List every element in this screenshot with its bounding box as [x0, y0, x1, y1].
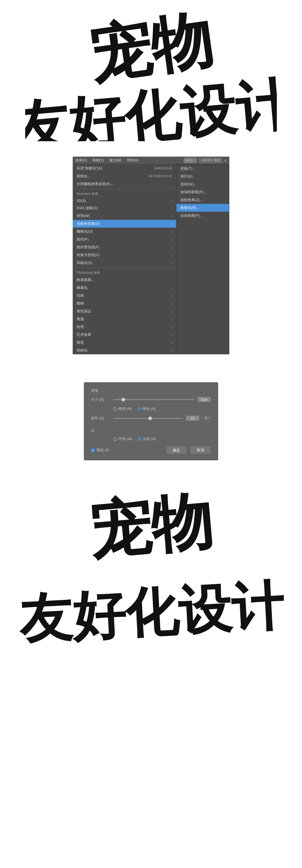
arrow-icon: › — [171, 253, 172, 257]
radio-relative[interactable]: 相对 (R) — [113, 406, 132, 411]
submenu-twist[interactable]: 扭拧(K)... — [176, 173, 229, 180]
radio-relative-circle — [113, 407, 117, 411]
calligraphy-bottom-svg: 宠物 友好化设计 — [18, 478, 284, 644]
dialog-section: 选项 大小 (S)： 3 px 相对 (R) 绝对 (A) — [0, 368, 302, 474]
size-slider-thumb[interactable] — [121, 398, 125, 402]
menu-label: 画笔描边 — [77, 309, 91, 314]
menu-pathfinder[interactable]: 路径查找器(F) › — [73, 243, 176, 251]
section-label-illustrator: Illustrator 效果 — [73, 190, 176, 197]
menu-label: 变形(W) — [77, 213, 90, 218]
menu-blur[interactable]: 模糊 › — [73, 300, 176, 307]
arrow-icon: › — [171, 286, 172, 290]
radio-smooth-circle — [113, 437, 117, 441]
menu-brush-stroke[interactable]: 画笔描边 › — [73, 307, 176, 315]
menu-apply-roughen[interactable]: 应用"粗糙化"(A) Shift+Ctrl+E — [73, 164, 176, 172]
menu-topbar-effect[interactable]: 效果(C) — [76, 158, 87, 163]
preview-checkbox-box[interactable] — [91, 448, 95, 452]
radio-smooth-label: 平滑 (M) — [118, 436, 132, 441]
detail-unit: / 英寸 — [203, 416, 211, 421]
ok-button[interactable]: 确定 — [166, 446, 187, 455]
menu-label: 路径(P) — [77, 237, 89, 242]
button-group: 确定 取消 — [166, 446, 211, 455]
menu-label: 粗糙化... — [77, 174, 91, 179]
separator-1 — [73, 189, 176, 189]
svg-text:宠物: 宠物 — [86, 5, 217, 90]
close-icon[interactable]: × — [224, 158, 227, 163]
menu-svg-filter[interactable]: SVG 滤镜(G) › — [73, 204, 176, 212]
points-radio-row: 平滑 (M) 尖锐 (N) — [91, 436, 211, 441]
menu-wrapper: 效果(C) 视图(V) 窗口(W) 帮助(H) 样式： GB/GPU 预览 × … — [73, 157, 229, 354]
menu-rasterize[interactable]: 栅格化(O) › — [73, 228, 176, 236]
menu-gallery[interactable]: 效果画廊... — [73, 276, 176, 284]
menu-convert-shape[interactable]: 转换为形状(V) › — [73, 251, 176, 259]
submenu-roughen[interactable]: 粗糙化(R)... — [176, 204, 229, 212]
detail-slider-track[interactable] — [113, 418, 183, 419]
menu-topbar-help[interactable]: 帮助(H) — [127, 158, 139, 163]
submenu-distort-transform: 变换(T)... 扭拧(K)... 扭转(W)... 收缩和膨胀(P)... 波… — [176, 164, 229, 354]
menu-label: 风格化(S) — [77, 260, 92, 266]
menu-sketch[interactable]: 素描 › — [73, 315, 176, 323]
detail-value[interactable]: 11 — [186, 415, 200, 421]
arrow-icon: › — [171, 229, 172, 234]
shortcut: Shift+Ctrl+E — [154, 166, 172, 170]
menu-visual[interactable]: 视觉 › — [73, 339, 176, 346]
cancel-button[interactable]: 取消 — [190, 446, 211, 455]
menu-artistic[interactable]: 艺术效果 › — [73, 331, 176, 339]
detail-slider-thumb[interactable] — [148, 416, 152, 420]
menu-3d[interactable]: 3D(3) › — [73, 197, 176, 204]
submenu-free-distort[interactable]: 自由扭曲(F)... — [176, 212, 229, 219]
menu-label: 像素化 — [77, 285, 88, 290]
menu-label: 应用"粗糙化"(A) — [77, 166, 102, 171]
roughen-dialog: 选项 大小 (S)： 3 px 相对 (R) 绝对 (A) — [84, 382, 218, 460]
menu-topbar-window[interactable]: 窗口(W) — [109, 158, 121, 163]
menu-body: 应用"粗糙化"(A) Shift+Ctrl+E 粗糙化... Alt+Shift… — [73, 164, 229, 354]
submenu-ripple[interactable]: 波纹效果(Z)... — [176, 196, 229, 204]
menu-distort[interactable]: 扭曲 › — [73, 292, 176, 300]
menu-stylize[interactable]: 风格化(S) › — [73, 259, 176, 267]
menu-label: 3D(3) — [77, 198, 86, 203]
radio-sharp-circle — [138, 437, 141, 441]
calligraphy-top-section: 宠物 友好化设计 — [0, 0, 302, 146]
menu-topbar-view[interactable]: 视图(V) — [93, 158, 104, 163]
menu-section: 效果(C) 视图(V) 窗口(W) 帮助(H) 样式： GB/GPU 预览 × … — [0, 146, 302, 368]
menu-raster-settings[interactable]: 文档栅格效果设置(E)... — [73, 180, 176, 188]
menu-label: 模糊 — [77, 301, 84, 306]
radio-absolute-circle — [137, 407, 141, 411]
points-radio-group: 平滑 (M) 尖锐 (N) — [113, 436, 156, 441]
calligraphy-bottom-section: 宠物 友好化设计 — [0, 474, 302, 648]
radio-smooth[interactable]: 平滑 (M) — [113, 436, 132, 441]
arrow-icon: › — [171, 302, 172, 306]
menu-path[interactable]: 路径(P) › — [73, 236, 176, 243]
topbar-right: 样式： GB/GPU 预览 × — [184, 158, 227, 163]
arrow-icon: › — [171, 238, 172, 242]
arrow-icon: › — [171, 245, 172, 249]
svg-text:友好化设计: 友好化设计 — [25, 73, 277, 141]
menu-pixelate[interactable]: 像素化 › — [73, 284, 176, 292]
radio-sharp-label: 尖锐 (N) — [143, 436, 156, 441]
arrow-icon: › — [171, 293, 172, 298]
arrow-icon: › — [171, 348, 172, 352]
arrow-icon: › — [171, 222, 172, 226]
radio-relative-label: 相对 (R) — [118, 406, 132, 411]
menu-texture[interactable]: 纹理 › — [73, 323, 176, 331]
shortcut: Alt+Shift+Ctrl+E — [148, 174, 172, 178]
submenu-pucker-bloat[interactable]: 收缩和膨胀(P)... — [176, 188, 229, 196]
submenu-twirl[interactable]: 扭转(W)... — [176, 180, 229, 188]
menu-label: 栅格化(O) — [77, 229, 93, 234]
submenu-transform[interactable]: 变换(T)... — [176, 165, 229, 173]
menu-topbar: 效果(C) 视图(V) 窗口(W) 帮助(H) 样式： GB/GPU 预览 × — [73, 157, 229, 164]
menu-stylize-ps[interactable]: 风格化 › — [73, 346, 176, 354]
radio-absolute[interactable]: 绝对 (A) — [137, 406, 155, 411]
arrow-icon: › — [171, 333, 172, 337]
menu-label: 艺术效果 — [77, 332, 91, 337]
size-slider-track[interactable] — [113, 399, 194, 400]
radio-sharp[interactable]: 尖锐 (N) — [138, 436, 156, 441]
preview-checkbox[interactable]: 预览 (P) — [91, 448, 110, 453]
menu-roughen[interactable]: 粗糙化... Alt+Shift+Ctrl+E — [73, 172, 176, 180]
menu-distort-transform[interactable]: 扭曲和变换(D) › — [73, 220, 176, 228]
size-value[interactable]: 3 px — [197, 397, 211, 402]
menu-warp[interactable]: 变形(W) › — [73, 212, 176, 220]
points-title: 点 — [91, 428, 211, 433]
menu-label: 素描 — [77, 316, 84, 321]
gpu-badge: GB/GPU 预览 — [199, 158, 222, 163]
